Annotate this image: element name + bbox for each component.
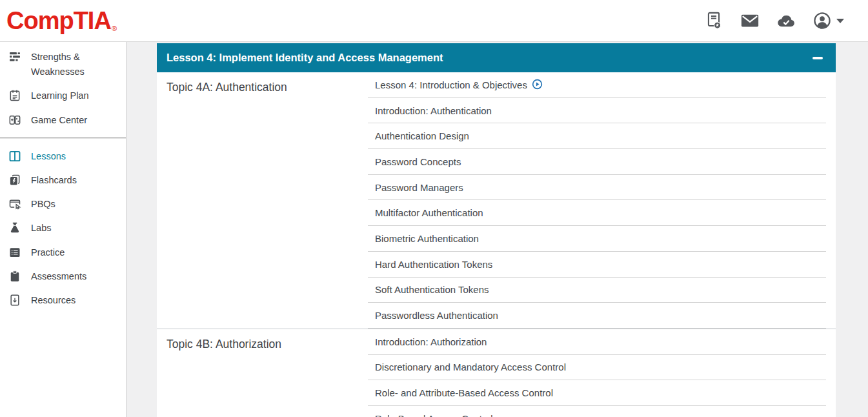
- lesson-item-label: Discretionary and Mandatory Access Contr…: [375, 361, 566, 372]
- main-layout: Strengths & Weaknesses Learning Plan: [0, 42, 868, 417]
- lesson-item[interactable]: Biometric Authentication: [368, 226, 826, 252]
- sidebar-item-strengths-weaknesses[interactable]: Strengths & Weaknesses: [0, 45, 126, 84]
- content-area: Lesson 4: Implement Identity and Access …: [126, 42, 868, 417]
- pbqs-icon: [8, 198, 21, 210]
- lesson-item-label: Lesson 4: Introduction & Objectives: [375, 79, 527, 90]
- sidebar-item-practice[interactable]: Practice: [0, 241, 126, 265]
- game-center-icon: [8, 114, 21, 127]
- collapse-button[interactable]: [810, 50, 825, 66]
- lesson-item-label: Role- and Attribute-Based Access Control: [375, 387, 553, 398]
- labs-icon: [8, 221, 21, 234]
- sidebar-item-label: Flashcards: [31, 173, 77, 188]
- page: CompTIA ®: [0, 0, 868, 417]
- lesson-title: Lesson 4: Implement Identity and Access …: [167, 52, 443, 64]
- sidebar-item-flashcards[interactable]: Flashcards: [0, 168, 126, 192]
- lesson-item-label: Introduction: Authentication: [375, 105, 492, 116]
- sidebar-item-label: Practice: [31, 245, 65, 260]
- lesson-item[interactable]: Password Concepts: [368, 149, 826, 175]
- sidebar-divider: [0, 137, 126, 139]
- topic-section-4b: Topic 4B: Authorization Introduction: Au…: [157, 329, 836, 417]
- lesson-item[interactable]: Introduction: Authorization: [368, 329, 826, 355]
- play-circle-icon[interactable]: [532, 79, 543, 92]
- sidebar-item-learning-plan[interactable]: Learning Plan: [0, 84, 126, 108]
- sidebar-item-game-center[interactable]: Game Center: [0, 108, 126, 132]
- sidebar-item-pbqs[interactable]: PBQs: [0, 192, 126, 216]
- lesson-item-label: Rule-Based Access Control: [375, 413, 493, 417]
- mail-icon[interactable]: [740, 11, 760, 30]
- logo-text: CompTIA: [6, 8, 111, 33]
- lessons-icon: [8, 150, 21, 163]
- lesson-item-label: Multifactor Authentication: [375, 207, 483, 218]
- resources-icon: [8, 294, 21, 307]
- lesson-item-label: Hard Authentication Tokens: [375, 259, 492, 270]
- flashcards-icon: [8, 174, 21, 187]
- lesson-item-label: Passwordless Authentication: [375, 310, 498, 321]
- sidebar-item-labs[interactable]: Labs: [0, 216, 126, 240]
- topic-title: Topic 4A: Authentication: [157, 72, 368, 329]
- sidebar-item-label: PBQs: [31, 197, 56, 212]
- caret-down-icon[interactable]: [836, 15, 845, 26]
- top-header: CompTIA ®: [0, 0, 868, 42]
- account-icon[interactable]: [812, 11, 832, 30]
- sidebar-item-label: Assessments: [31, 269, 86, 284]
- lesson-item[interactable]: Soft Authentication Tokens: [368, 278, 826, 303]
- lesson-item[interactable]: Discretionary and Mandatory Access Contr…: [368, 355, 826, 381]
- comptia-logo: CompTIA ®: [6, 8, 117, 33]
- score-report-icon[interactable]: [704, 11, 723, 30]
- sidebar-item-label: Learning Plan: [31, 88, 89, 103]
- lesson-item[interactable]: Introduction: Authentication: [368, 98, 826, 124]
- lesson-item-label: Biometric Authentication: [375, 233, 479, 244]
- sidebar-item-label: Strengths & Weaknesses: [31, 50, 107, 79]
- lesson-item[interactable]: Passwordless Authentication: [368, 303, 826, 329]
- lesson-item[interactable]: Multifactor Authentication: [368, 200, 826, 226]
- learning-plan-icon: [8, 89, 21, 102]
- lesson-item-label: Password Managers: [375, 182, 463, 193]
- minus-icon: [812, 57, 823, 59]
- topic-item-list: Lesson 4: Introduction & Objectives Intr…: [368, 72, 826, 329]
- lesson-item[interactable]: Role- and Attribute-Based Access Control: [368, 380, 826, 406]
- lesson-item[interactable]: Lesson 4: Introduction & Objectives: [368, 72, 826, 98]
- lesson-item[interactable]: Hard Authentication Tokens: [368, 252, 826, 278]
- registered-mark: ®: [112, 25, 117, 32]
- lesson-item[interactable]: Authentication Design: [368, 123, 826, 149]
- sidebar-item-label: Labs: [31, 221, 51, 236]
- topic-title: Topic 4B: Authorization: [157, 329, 368, 417]
- assessments-icon: [8, 270, 21, 283]
- sidebar-item-resources[interactable]: Resources: [0, 289, 126, 312]
- lesson-item[interactable]: Rule-Based Access Control: [368, 406, 826, 417]
- lesson-header[interactable]: Lesson 4: Implement Identity and Access …: [157, 43, 836, 72]
- sidebar-item-label: Game Center: [31, 113, 87, 128]
- sidebar: Strengths & Weaknesses Learning Plan: [0, 42, 126, 417]
- sidebar-item-label: Lessons: [31, 149, 66, 164]
- header-icon-group: [704, 11, 845, 30]
- sidebar-item-lessons[interactable]: Lessons: [0, 145, 126, 168]
- topic-section-4a: Topic 4A: Authentication Lesson 4: Intro…: [157, 72, 836, 329]
- topic-item-list: Introduction: Authorization Discretionar…: [368, 329, 826, 417]
- lesson-item-label: Password Concepts: [375, 156, 461, 167]
- lesson-item-label: Introduction: Authorization: [375, 336, 487, 347]
- lesson-item-label: Soft Authentication Tokens: [375, 284, 489, 295]
- lesson-panel: Lesson 4: Implement Identity and Access …: [157, 43, 836, 417]
- sidebar-item-assessments[interactable]: Assessments: [0, 265, 126, 289]
- lesson-item-label: Authentication Design: [375, 130, 469, 141]
- sidebar-item-label: Resources: [31, 293, 76, 308]
- account-menu[interactable]: [812, 11, 845, 30]
- lesson-item[interactable]: Password Managers: [368, 175, 826, 201]
- strengths-weaknesses-icon: [8, 50, 21, 63]
- practice-icon: [8, 246, 21, 259]
- cloud-sync-icon[interactable]: [776, 11, 796, 30]
